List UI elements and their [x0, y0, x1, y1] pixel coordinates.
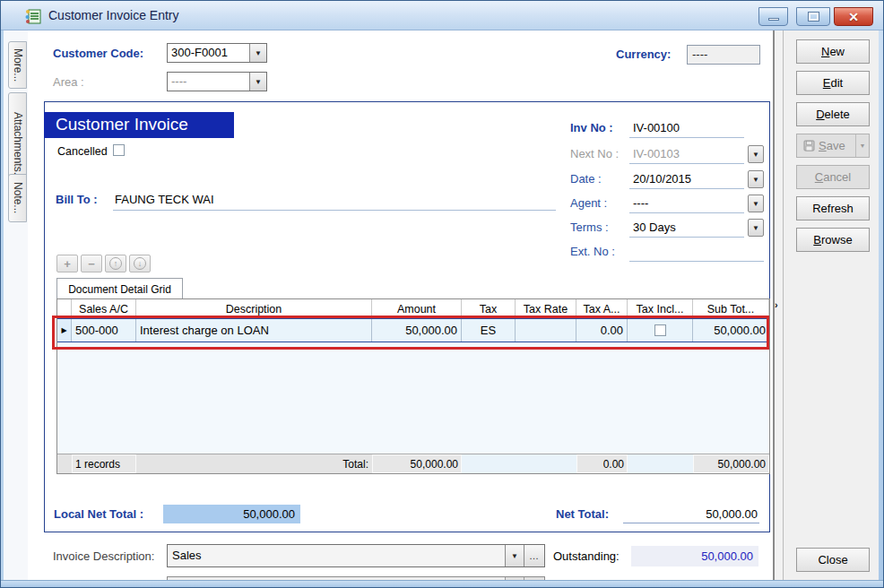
- tax-inclusive-checkbox[interactable]: [654, 324, 666, 336]
- ext-no-row: Ext. No :: [570, 242, 764, 262]
- new-button[interactable]: New: [796, 39, 870, 64]
- next-no-value[interactable]: IV-00103: [633, 147, 742, 160]
- date-dropdown-button[interactable]: ▼: [748, 170, 764, 188]
- plus-icon: +: [64, 257, 71, 271]
- inv-no-label: Inv No :: [570, 121, 613, 134]
- browse-button[interactable]: Browse: [796, 228, 870, 252]
- cancel-button[interactable]: Cancel: [796, 165, 870, 189]
- currency-field[interactable]: ----: [687, 45, 760, 65]
- move-up-button[interactable]: ↑: [105, 255, 126, 272]
- date-row: Date : 20/10/2015 ▼: [570, 169, 764, 189]
- tab-document-detail-grid[interactable]: Document Detail Grid: [56, 278, 183, 299]
- total-label: Total:: [136, 454, 372, 473]
- edit-button[interactable]: Edit: [796, 71, 870, 95]
- footer-sub-total-total: 50,000.00: [693, 454, 769, 473]
- area-combo[interactable]: ---- ▼: [167, 72, 267, 91]
- maximize-button[interactable]: [796, 7, 830, 26]
- minimize-button[interactable]: [758, 7, 788, 26]
- refresh-button[interactable]: Refresh: [796, 196, 870, 220]
- date-value[interactable]: 20/10/2015: [633, 172, 742, 186]
- records-count: 1 records: [72, 454, 136, 473]
- remove-row-button[interactable]: −: [81, 255, 102, 272]
- invoice-description-ellipsis-button[interactable]: …: [524, 545, 544, 566]
- maximize-icon: [809, 13, 819, 21]
- date-label: Date :: [570, 172, 602, 186]
- terms-value[interactable]: 30 Days: [633, 220, 742, 234]
- arrow-up-icon: ↑: [114, 259, 118, 268]
- invoice-banner: Customer Invoice: [44, 112, 234, 138]
- grid-header-indicator: [57, 299, 72, 318]
- invoice-app-icon: [25, 7, 42, 24]
- cell-tax-amount[interactable]: 0.00: [576, 319, 628, 342]
- panel-splitter[interactable]: ›: [773, 30, 784, 580]
- local-net-total-label: Local Net Total :: [54, 507, 143, 521]
- customer-code-combo[interactable]: 300-F0001 ▼: [167, 43, 267, 63]
- cell-amount[interactable]: 50,000.00: [372, 319, 462, 342]
- ext-no-label: Ext. No :: [570, 245, 615, 258]
- grid-header-tax-rate[interactable]: Tax Rate: [516, 299, 576, 318]
- add-row-button[interactable]: +: [56, 255, 78, 272]
- cell-sales-ac[interactable]: 500-000: [72, 319, 136, 342]
- invoice-panel: Customer Invoice Cancelled Bill To : FAU…: [44, 101, 770, 532]
- invoice-description-combo[interactable]: Sales ▼ …: [167, 544, 545, 567]
- cell-tax-rate[interactable]: [516, 319, 576, 342]
- grid-row[interactable]: ▶ 500-000 Interest charge on LOAN 50,000…: [57, 319, 769, 342]
- delete-button[interactable]: Delete: [796, 102, 870, 126]
- invoice-description-value: Sales: [168, 545, 505, 566]
- agent-row: Agent : ---- ▼: [570, 194, 764, 213]
- grid-header-sub-total[interactable]: Sub Tot...: [693, 299, 769, 318]
- invoice-description-dropdown-button[interactable]: ▼: [505, 545, 524, 566]
- customer-code-value: 300-F0001: [168, 44, 249, 62]
- grid-header-tax-amount[interactable]: Tax A...: [576, 299, 628, 318]
- titlebar[interactable]: Customer Invoice Entry ✕: [1, 1, 883, 30]
- move-down-button[interactable]: ↓: [129, 255, 151, 272]
- agent-value[interactable]: ----: [633, 196, 742, 210]
- agent-label: Agent :: [570, 196, 607, 210]
- next-no-dropdown-button[interactable]: ▼: [748, 145, 764, 163]
- cell-sub-total[interactable]: 50,000.00: [693, 319, 769, 342]
- close-icon: ✕: [848, 10, 859, 24]
- left-tab-strip: More... Attachments... Note...: [4, 30, 28, 580]
- customer-code-dropdown-button[interactable]: ▼: [249, 44, 266, 62]
- save-dropdown-button[interactable]: ▼: [855, 134, 869, 157]
- chevron-down-icon: ▼: [860, 143, 866, 149]
- chevron-down-icon: ▼: [752, 151, 759, 159]
- arrow-down-icon: ↓: [138, 259, 143, 268]
- chevron-down-icon: ▼: [752, 176, 759, 184]
- tab-more[interactable]: More...: [8, 41, 27, 89]
- next-no-row: Next No : IV-00103 ▼: [570, 144, 764, 164]
- grid-empty-area[interactable]: [57, 342, 769, 454]
- grid-header-amount[interactable]: Amount: [372, 299, 462, 318]
- footer-amount-total: 50,000.00: [372, 454, 462, 473]
- close-window-button[interactable]: ✕: [834, 7, 873, 26]
- grid-toolbar: + − ↑ ↓: [56, 255, 151, 272]
- footer-tax-amount-total: 0.00: [576, 454, 628, 473]
- grid-header-tax-incl[interactable]: Tax Incl...: [628, 299, 693, 318]
- chevron-down-icon: ▼: [255, 78, 262, 86]
- cancelled-checkbox[interactable]: [113, 144, 125, 156]
- agent-dropdown-button[interactable]: ▼: [748, 195, 764, 212]
- net-total-label: Net Total:: [556, 507, 609, 521]
- close-button[interactable]: Close: [796, 548, 870, 572]
- tab-note[interactable]: Note...: [8, 174, 27, 222]
- net-total-value: 50,000.00: [623, 505, 759, 523]
- floppy-disk-icon: [803, 140, 815, 151]
- local-net-total-value[interactable]: 50,000.00: [163, 505, 300, 523]
- minus-icon: −: [88, 257, 95, 271]
- cell-description[interactable]: Interest charge on LOAN: [136, 319, 372, 342]
- bill-to-underline: [113, 192, 556, 211]
- terms-label: Terms :: [570, 220, 609, 234]
- area-dropdown-button[interactable]: ▼: [249, 73, 266, 91]
- chevron-down-icon: ▼: [511, 552, 518, 560]
- cell-tax[interactable]: ES: [462, 319, 516, 342]
- save-button[interactable]: Save ▼: [796, 134, 870, 158]
- grid-header-tax[interactable]: Tax: [462, 299, 516, 318]
- grid-header-description[interactable]: Description: [136, 299, 372, 318]
- grid-footer-row: 1 records Total: 50,000.00 0.00 50,000.0…: [57, 454, 769, 473]
- grid-header-sales-ac[interactable]: Sales A/C: [72, 299, 136, 318]
- window-border-bottom: [1, 580, 883, 587]
- cell-tax-inclusive: [628, 319, 693, 342]
- row-indicator-icon: ▶: [57, 319, 72, 342]
- outstanding-label: Outstanding:: [553, 549, 620, 563]
- terms-dropdown-button[interactable]: ▼: [748, 219, 764, 237]
